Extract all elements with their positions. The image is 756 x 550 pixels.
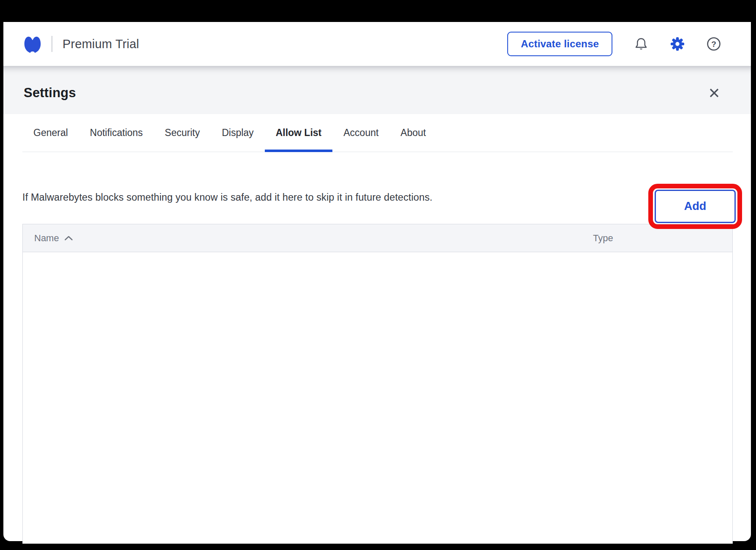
app-window: Premium Trial Activate license — [3, 22, 751, 541]
tab-account[interactable]: Account — [332, 114, 389, 152]
settings-title-bar: Settings — [3, 66, 751, 114]
brand-divider — [52, 36, 52, 52]
close-icon[interactable] — [707, 86, 721, 100]
add-button[interactable]: Add — [655, 190, 736, 223]
gear-icon[interactable] — [670, 36, 685, 52]
activate-license-button[interactable]: Activate license — [507, 32, 612, 56]
table-body — [23, 252, 732, 544]
malwarebytes-logo-icon — [23, 34, 42, 54]
tab-notifications[interactable]: Notifications — [79, 114, 154, 152]
app-header: Premium Trial Activate license — [3, 22, 751, 66]
column-header-name[interactable]: Name — [23, 233, 73, 244]
svg-text:?: ? — [711, 40, 716, 49]
table-header: Name Type — [23, 224, 732, 252]
column-header-type[interactable]: Type — [593, 224, 613, 252]
bell-icon[interactable] — [634, 36, 649, 52]
settings-title: Settings — [24, 85, 76, 101]
red-highlight-annotation: Add — [648, 184, 742, 229]
allow-list-description: If Malwarebytes blocks something you kno… — [22, 192, 432, 203]
tab-general[interactable]: General — [22, 114, 79, 152]
tab-allow-list[interactable]: Allow List — [265, 114, 333, 152]
header-actions: Activate license — [507, 32, 721, 56]
tab-display[interactable]: Display — [211, 114, 264, 152]
allow-list-table: Name Type — [22, 224, 733, 544]
help-icon[interactable]: ? — [706, 36, 721, 52]
settings-tabs: General Notifications Security Display A… — [22, 114, 733, 152]
allow-list-panel: If Malwarebytes blocks something you kno… — [22, 152, 733, 544]
tab-security[interactable]: Security — [154, 114, 211, 152]
allow-list-header-row: If Malwarebytes blocks something you kno… — [22, 152, 733, 224]
tab-about[interactable]: About — [389, 114, 437, 152]
product-name: Premium Trial — [63, 37, 139, 51]
chevron-up-icon — [64, 235, 73, 241]
